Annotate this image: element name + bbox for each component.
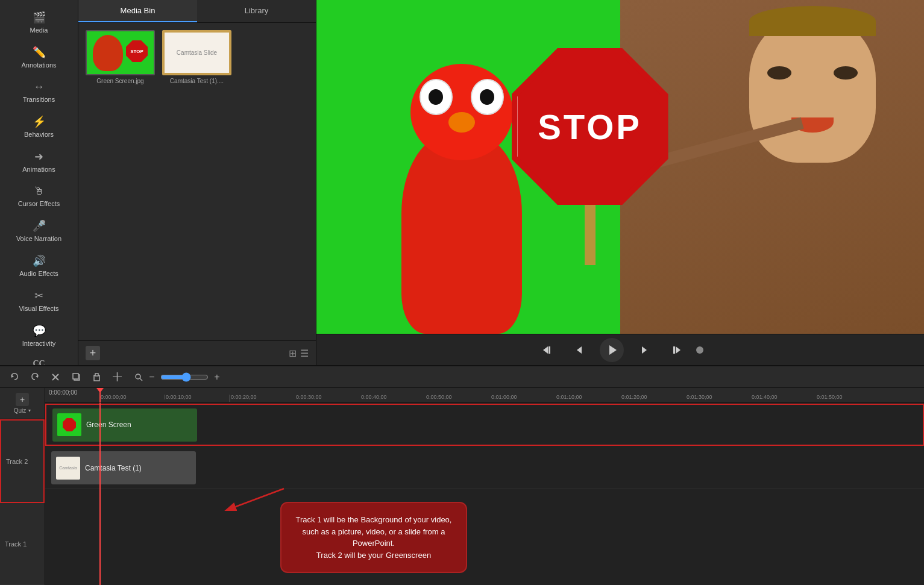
- interactivity-icon: 💬: [33, 324, 46, 337]
- svg-marker-4: [642, 346, 647, 354]
- animations-icon: ➜: [34, 150, 43, 163]
- skip-forward-button[interactable]: [665, 339, 687, 361]
- sidebar-item-voice-narration[interactable]: 🎤 Voice Narration: [0, 213, 78, 248]
- sidebar-item-transitions[interactable]: ↔ Transitions: [0, 75, 78, 109]
- copy-icon: [72, 372, 81, 381]
- step-back-button[interactable]: [568, 339, 590, 361]
- skip-back-button[interactable]: [537, 339, 559, 361]
- track2-clip-thumb: [57, 413, 81, 436]
- svg-marker-2: [577, 346, 582, 354]
- svg-rect-14: [95, 374, 98, 376]
- svg-marker-7: [11, 375, 14, 378]
- track1-clip-thumb: Camtasia: [56, 457, 80, 480]
- timeline-toolbar: − +: [0, 366, 924, 388]
- track2-clip[interactable]: Green Screen: [52, 408, 197, 442]
- split-button[interactable]: [108, 369, 125, 386]
- ruler-mark-110: 0:01:10;00: [556, 394, 582, 400]
- sidebar-item-behaviors-label: Behaviors: [24, 131, 54, 138]
- red-arrow: [224, 489, 284, 519]
- add-track-button[interactable]: +: [16, 393, 29, 406]
- media-thumb-green-screen: STOP: [86, 30, 155, 75]
- media-panel: Media Bin Library STOP: [78, 0, 316, 365]
- behaviors-icon: ⚡: [33, 115, 46, 128]
- svg-rect-12: [73, 374, 78, 379]
- track2-row: Green Screen: [45, 404, 924, 446]
- stop-sign-text: STOP: [538, 107, 642, 147]
- sidebar-item-visual-effects[interactable]: ✂ Visual Effects: [0, 283, 78, 318]
- media-content: STOP Green Screen.jpg Camtasia Slide Cam…: [78, 23, 316, 340]
- sidebar-item-transitions-label: Transitions: [23, 96, 55, 103]
- track1-label: Track 1: [5, 540, 27, 548]
- zoom-icon: [134, 372, 143, 382]
- copy-button[interactable]: [68, 369, 84, 386]
- media-item-green-screen[interactable]: STOP Green Screen.jpg: [86, 30, 155, 84]
- add-media-button[interactable]: +: [86, 346, 100, 360]
- undo-button[interactable]: [6, 369, 23, 386]
- stop-sign: STOP: [512, 48, 668, 265]
- ruler-mark-140: 0:01:40;00: [752, 394, 778, 400]
- media-thumb-camtasia: Camtasia Slide: [162, 30, 231, 75]
- tooltip-text: Track 1 will be the Background of your v…: [296, 515, 452, 560]
- timeline-content: + Quiz ▾ Track 2 Track 1: [0, 388, 924, 585]
- track2-clip-label: Green Screen: [86, 421, 131, 429]
- media-bottom-bar: + ⊞ ☰: [78, 340, 316, 365]
- track-label-track2: Track 2: [0, 419, 45, 503]
- step-forward-button[interactable]: [633, 339, 655, 361]
- preview-canvas: STOP: [316, 0, 924, 334]
- sidebar-item-animations[interactable]: ➜ Animations: [0, 144, 78, 179]
- zoom-slider[interactable]: [160, 372, 209, 382]
- timeline-area: − + + Quiz ▾ Track 2 Tra: [0, 365, 924, 585]
- svg-marker-8: [36, 375, 38, 378]
- audio-effects-icon: 🔊: [33, 254, 46, 267]
- voice-narration-icon: 🎤: [33, 219, 46, 233]
- media-item-camtasia[interactable]: Camtasia Slide Camtasia Test (1)....: [162, 30, 231, 84]
- playhead-top: [99, 388, 101, 402]
- zoom-in-button[interactable]: +: [211, 371, 223, 383]
- quiz-arrow-icon: ▾: [28, 408, 31, 413]
- play-icon: [605, 343, 618, 357]
- sidebar-item-media-label: Media: [30, 27, 48, 34]
- playback-controls: [316, 334, 924, 365]
- playhead-line: [99, 402, 101, 585]
- timeline-ruler-and-tracks: 0:00:00;00 0:00:00;00 0:00:10;00 0:00:20…: [45, 388, 924, 585]
- delete-button[interactable]: [47, 369, 64, 386]
- sidebar-item-interactivity-label: Interactivity: [22, 340, 56, 347]
- redo-button[interactable]: [27, 369, 43, 386]
- redo-icon: [30, 372, 40, 382]
- preview-video: STOP: [316, 0, 924, 334]
- svg-marker-3: [609, 345, 617, 355]
- sidebar-item-cursor-effects[interactable]: 🖱 Cursor Effects: [0, 179, 78, 213]
- paste-icon: [92, 372, 101, 381]
- quiz-label: Quiz: [14, 407, 27, 414]
- playhead-triangle-top: [96, 388, 104, 393]
- sidebar-item-annotations-label: Annotations: [21, 61, 56, 69]
- play-button[interactable]: [600, 338, 624, 362]
- ruler-mark-120: 0:01:20;00: [621, 394, 647, 400]
- sidebar-item-audio-effects[interactable]: 🔊 Audio Effects: [0, 248, 78, 283]
- ruler-mark-40: 0:00:40;00: [361, 394, 387, 400]
- svg-line-18: [140, 378, 142, 381]
- skip-forward-icon: [670, 344, 682, 356]
- tab-library[interactable]: Library: [197, 0, 316, 22]
- zoom-out-button[interactable]: −: [146, 371, 158, 383]
- sidebar-item-interactivity[interactable]: 💬 Interactivity: [0, 318, 78, 353]
- preview-area: STOP: [316, 0, 924, 365]
- undo-icon: [10, 372, 19, 382]
- ruler-mark-100: 0:01:00;00: [491, 394, 517, 400]
- svg-rect-1: [548, 346, 550, 354]
- tab-media-bin[interactable]: Media Bin: [78, 0, 197, 22]
- sidebar-item-media[interactable]: 🎬 Media: [0, 5, 78, 40]
- list-view-icon[interactable]: ☰: [300, 348, 309, 359]
- track1-clip-label: Camtasia Test (1): [85, 464, 142, 472]
- paste-button[interactable]: [88, 369, 105, 386]
- ruler-mark-130: 0:01:30;00: [687, 394, 712, 400]
- svg-rect-6: [673, 346, 675, 354]
- svg-line-32: [236, 489, 284, 507]
- camtasia-thumb-content: Camtasia Slide: [163, 31, 230, 74]
- grid-view-icon[interactable]: ⊞: [289, 348, 297, 359]
- track-labels: + Quiz ▾ Track 2 Track 1: [0, 388, 45, 585]
- track1-clip[interactable]: Camtasia Camtasia Test (1): [51, 451, 196, 484]
- sidebar-item-annotations[interactable]: ✏️ Annotations: [0, 40, 78, 75]
- skip-back-icon: [542, 344, 554, 356]
- sidebar-item-behaviors[interactable]: ⚡ Behaviors: [0, 109, 78, 144]
